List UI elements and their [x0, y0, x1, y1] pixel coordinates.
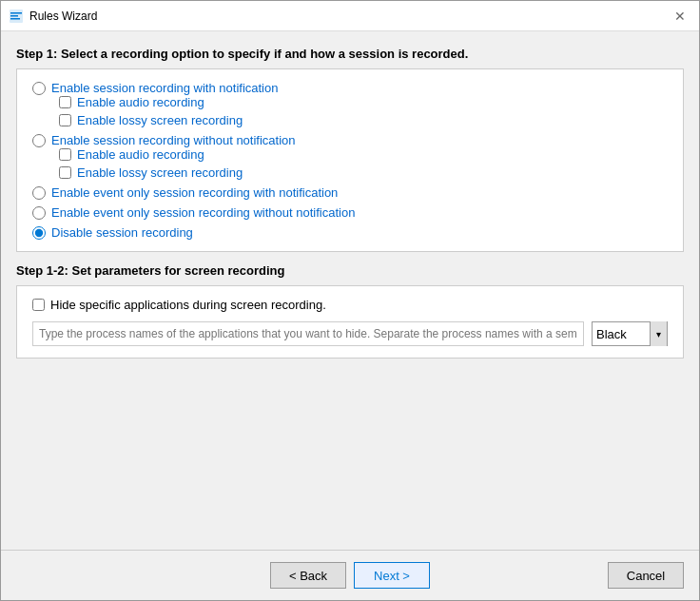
step1-section: Step 1: Select a recording option to spe… [16, 47, 684, 252]
process-input-row: Black White Red Blue Green ▾ [32, 321, 668, 346]
step12-header: Step 1-2: Set parameters for screen reco… [16, 263, 684, 278]
footer: < Back Next > Cancel [1, 551, 699, 600]
step1-header: Step 1: Select a recording option to spe… [16, 47, 684, 61]
rules-wizard-window: Rules Wizard ✕ Step 1: Select a recordin… [0, 0, 700, 601]
cb1a-checkbox[interactable] [59, 96, 71, 108]
cb2b-checkbox[interactable] [59, 166, 71, 179]
option1-radio-item[interactable]: Enable session recording with notificati… [32, 81, 668, 95]
color-select[interactable]: Black White Red Blue Green [593, 322, 650, 345]
option2-radio-item[interactable]: Enable session recording without notific… [32, 133, 668, 147]
cb2b-item[interactable]: Enable lossy screen recording [59, 165, 668, 180]
cb1b-checkbox[interactable] [59, 114, 71, 126]
option2-label: Enable session recording without notific… [51, 133, 296, 147]
svg-rect-1 [10, 12, 22, 14]
option2-sub: Enable audio recording Enable lossy scre… [59, 147, 668, 180]
option1-container: Enable session recording with notificati… [32, 81, 668, 127]
spacer [16, 370, 684, 534]
cb1a-label: Enable audio recording [77, 95, 204, 109]
step12-panel: Hide specific applications during screen… [16, 285, 684, 359]
footer-right: Cancel [608, 562, 684, 589]
option4-radio-item[interactable]: Enable event only session recording with… [32, 205, 668, 220]
cb2a-label: Enable audio recording [77, 147, 204, 162]
option2-container: Enable session recording without notific… [32, 133, 668, 180]
cb1b-label: Enable lossy screen recording [77, 113, 243, 127]
title-bar-title: Rules Wizard [29, 10, 97, 23]
next-button[interactable]: Next > [354, 562, 430, 589]
cb1a-item[interactable]: Enable audio recording [59, 95, 668, 109]
process-names-input[interactable] [32, 321, 584, 346]
option3-radio-item[interactable]: Enable event only session recording with… [32, 185, 668, 200]
close-button[interactable]: ✕ [669, 5, 691, 28]
option1-radio[interactable] [32, 82, 46, 95]
content-area: Step 1: Select a recording option to spe… [1, 31, 699, 550]
wizard-icon [9, 9, 24, 24]
title-bar: Rules Wizard ✕ [1, 1, 699, 31]
chevron-down-icon: ▾ [650, 321, 667, 346]
option2-radio[interactable] [32, 134, 46, 147]
recording-options-group: Enable session recording with notificati… [32, 81, 668, 240]
option5-radio-item[interactable]: Disable session recording [32, 225, 668, 240]
cb2a-item[interactable]: Enable audio recording [59, 147, 668, 162]
step12-section: Step 1-2: Set parameters for screen reco… [16, 263, 684, 359]
hide-apps-checkbox[interactable] [32, 299, 45, 311]
option3-label: Enable event only session recording with… [51, 185, 338, 200]
option4-radio[interactable] [32, 206, 46, 220]
option5-label: Disable session recording [51, 225, 193, 240]
hide-apps-row: Hide specific applications during screen… [32, 298, 668, 312]
svg-rect-2 [10, 15, 18, 17]
cb2a-checkbox[interactable] [59, 148, 71, 161]
step1-panel: Enable session recording with notificati… [16, 68, 684, 252]
option5-radio[interactable] [32, 226, 46, 240]
color-select-wrapper: Black White Red Blue Green ▾ [592, 321, 668, 346]
svg-rect-3 [10, 18, 20, 20]
option4-label: Enable event only session recording with… [51, 205, 355, 220]
cb1b-item[interactable]: Enable lossy screen recording [59, 113, 668, 127]
cb2b-label: Enable lossy screen recording [77, 165, 243, 180]
option3-radio[interactable] [32, 186, 46, 200]
option1-sub: Enable audio recording Enable lossy scre… [59, 95, 668, 127]
title-bar-left: Rules Wizard [9, 9, 97, 24]
option1-label: Enable session recording with notificati… [51, 81, 278, 95]
back-button[interactable]: < Back [270, 562, 346, 589]
cancel-button[interactable]: Cancel [608, 562, 684, 589]
hide-apps-label: Hide specific applications during screen… [50, 298, 326, 312]
